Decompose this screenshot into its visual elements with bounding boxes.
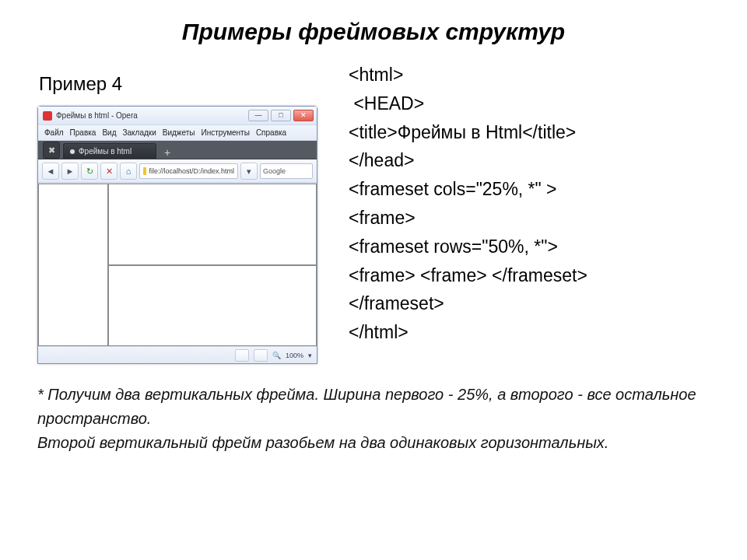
code-line-10: </html> — [349, 318, 716, 347]
home-button[interactable]: ⌂ — [120, 163, 137, 180]
page-viewport — [38, 183, 317, 346]
tab-active[interactable]: Фреймы в html — [63, 143, 156, 159]
slide-title: Примеры фреймовых структур — [0, 0, 747, 51]
code-line-6: <frame> — [349, 204, 716, 233]
frame-top-right — [108, 184, 317, 265]
window-titlebar: Фреймы в html - Opera — □ ✕ — [38, 107, 317, 125]
panel-toggle-button[interactable]: ✖ — [43, 142, 60, 159]
code-line-3: <title>Фреймы в Html</title> — [349, 118, 716, 147]
address-text: file://localhost/D:/index.html — [149, 164, 234, 178]
code-line-4: </head> — [349, 146, 716, 175]
status-button-2[interactable] — [254, 349, 268, 362]
stop-button[interactable]: ✕ — [100, 163, 117, 180]
footnote: * Получим два вертикальных фрейма. Ширин… — [0, 364, 747, 455]
opera-icon — [43, 111, 52, 121]
tab-bar: ✖ Фреймы в html + — [38, 141, 317, 159]
footnote-line-2: Второй вертикальный фрейм разобьем на дв… — [37, 431, 708, 455]
menu-file[interactable]: Файл — [44, 128, 64, 137]
browser-window: Фреймы в html - Opera — □ ✕ Файл Правка … — [37, 106, 317, 364]
code-column: <html> <HEAD> <title>Фреймы в Html</titl… — [349, 56, 716, 364]
tab-label: Фреймы в html — [79, 147, 132, 156]
menu-widgets[interactable]: Виджеты — [163, 128, 195, 137]
menu-view[interactable]: Вид — [102, 128, 116, 137]
code-line-2: <HEAD> — [349, 89, 716, 118]
menu-bookmarks[interactable]: Закладки — [122, 128, 156, 137]
page-icon — [143, 167, 146, 175]
menu-help[interactable]: Справка — [256, 128, 286, 137]
frame-right-container — [108, 184, 317, 346]
footnote-line-1: * Получим два вертикальных фрейма. Ширин… — [37, 383, 708, 431]
search-box[interactable]: Google — [260, 163, 313, 179]
frame-left — [38, 184, 108, 346]
close-button[interactable]: ✕ — [293, 110, 314, 121]
code-line-5: <frameset cols="25%, *" > — [349, 175, 716, 204]
new-tab-button[interactable]: + — [160, 146, 175, 159]
left-column: Пример 4 Фреймы в html - Opera — □ ✕ Фай… — [37, 56, 317, 364]
status-button-1[interactable] — [235, 349, 249, 362]
zoom-icon: 🔍 — [272, 352, 281, 359]
code-line-1: <html> — [349, 61, 716, 89]
code-line-9: </frameset> — [349, 289, 716, 318]
zoom-level: 100% — [286, 352, 303, 359]
minimize-button[interactable]: — — [248, 110, 268, 121]
code-line-8: <frame> <frame> </frameset> — [349, 261, 716, 290]
maximize-button[interactable]: □ — [271, 110, 291, 121]
back-button[interactable]: ◄ — [42, 163, 59, 180]
window-title: Фреймы в html - Opera — [56, 111, 248, 120]
content-row: Пример 4 Фреймы в html - Opera — □ ✕ Фай… — [0, 51, 747, 364]
code-line-7: <frameset rows="50%, *"> — [349, 233, 716, 261]
address-dropdown[interactable]: ▾ — [240, 163, 258, 180]
menu-tools[interactable]: Инструменты — [202, 128, 250, 137]
window-controls: — □ ✕ — [248, 110, 314, 121]
example-label: Пример 4 — [37, 56, 317, 106]
frame-bottom-right — [108, 265, 317, 347]
address-bar[interactable]: file://localhost/D:/index.html — [139, 163, 238, 179]
zoom-dropdown-icon[interactable]: ▾ — [308, 352, 312, 359]
menu-edit[interactable]: Правка — [70, 128, 96, 137]
reload-button[interactable]: ↻ — [81, 163, 98, 180]
status-bar: 🔍 100% ▾ — [38, 346, 317, 363]
nav-toolbar: ◄ ► ↻ ✕ ⌂ file://localhost/D:/index.html… — [38, 159, 317, 183]
menu-bar: Файл Правка Вид Закладки Виджеты Инструм… — [38, 125, 317, 141]
forward-button[interactable]: ► — [61, 163, 79, 180]
tab-favicon-icon — [70, 149, 75, 154]
